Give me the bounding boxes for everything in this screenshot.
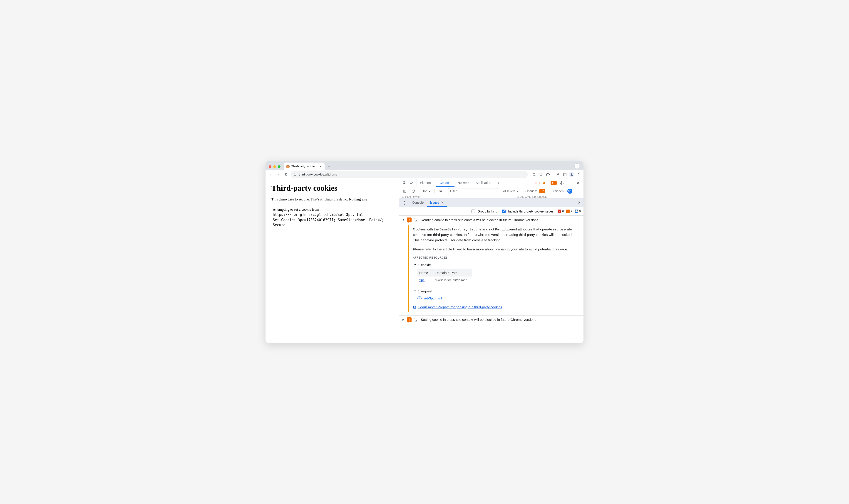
new-tab-button[interactable]: +: [326, 163, 332, 169]
devtools-close-icon[interactable]: ✕: [575, 180, 581, 186]
include-3p-checkbox[interactable]: Include third-party cookie issues: [501, 209, 553, 214]
table-row: 3pc x-origin-src.glitch.me/: [418, 276, 472, 284]
console-settings-row: ☐ Hide network ☐ Log XMLHttpRequests: [399, 195, 583, 198]
tab-overflow-icon[interactable]: »: [494, 179, 502, 187]
console-sidebar-toggle-icon[interactable]: [402, 188, 408, 194]
reload-button[interactable]: [283, 172, 289, 178]
clear-console-icon[interactable]: [410, 188, 417, 194]
devtools-tabbar: Elements Console Network Application » 1: [399, 179, 583, 187]
forward-button[interactable]: [275, 172, 281, 178]
cookie-favicon-icon: 🍪: [286, 165, 289, 168]
zoom-window[interactable]: [278, 165, 281, 168]
issue-body-p1: Cookies with the SameSite=None; Secure a…: [413, 227, 580, 243]
svg-rect-1: [295, 173, 296, 174]
svg-line-5: [535, 175, 535, 176]
devtools-menu-icon[interactable]: ⋮: [567, 180, 573, 186]
address-bar[interactable]: third-party-cookies.glitch.me: [290, 171, 528, 178]
extensions-icon[interactable]: [545, 172, 551, 178]
issue-title: Setting cookie in cross-site context wil…: [421, 318, 536, 322]
error-count[interactable]: 1: [534, 181, 540, 184]
drawer-tabbar: ⋮ Console Issues ✕ ✕: [399, 198, 583, 207]
svg-rect-13: [544, 182, 544, 183]
labs-icon[interactable]: [555, 172, 561, 178]
console-settings-icon[interactable]: [567, 188, 572, 194]
table-header-domain: Domain & Path: [434, 269, 472, 276]
warning-message-icon: !: [407, 217, 411, 222]
zoom-icon[interactable]: [531, 172, 537, 178]
issue-item: ▼ ! 1 Reading cookie in cross-site conte…: [399, 216, 583, 316]
tab-network[interactable]: Network: [455, 179, 473, 187]
profile-button[interactable]: [568, 172, 575, 178]
log-levels-selector[interactable]: All levels ▾: [501, 188, 520, 194]
tab-search-button[interactable]: ⌄: [574, 163, 580, 169]
hidden-count[interactable]: 3 hidden: [552, 190, 564, 193]
group-by-kind-input[interactable]: [472, 210, 475, 213]
device-mode-icon[interactable]: [408, 180, 415, 186]
svg-point-15: [561, 182, 562, 183]
bookmark-icon[interactable]: [538, 172, 544, 178]
side-panel-icon[interactable]: [562, 172, 568, 178]
issue-header[interactable]: ▶ ! 1 Setting cookie in cross-site conte…: [399, 316, 583, 324]
cookies-disclosure[interactable]: ▼ 1 cookie: [414, 262, 580, 267]
issues-count-chip[interactable]: !2: [539, 190, 545, 193]
drawer-close-icon[interactable]: ✕: [575, 198, 583, 207]
tab-elements[interactable]: Elements: [417, 179, 436, 187]
table-header-name: Name: [418, 269, 434, 276]
affected-cookies-table: Name Domain & Path 3pc x-origin-src.glit…: [418, 269, 472, 284]
svg-marker-6: [540, 173, 542, 176]
page-heading: Third-party cookies: [271, 184, 393, 193]
disclosure-triangle-icon[interactable]: ▼: [402, 218, 405, 221]
console-toolbar: top ▾ All levels ▾ 2 Issues: !2: [399, 187, 583, 195]
context-selector[interactable]: top ▾: [421, 188, 432, 194]
issues-warn-count[interactable]: !2: [566, 210, 572, 213]
tab-console[interactable]: Console: [436, 179, 454, 187]
minimize-window[interactable]: [273, 165, 276, 168]
warning-message-icon: !: [407, 318, 411, 322]
back-button[interactable]: [267, 172, 274, 178]
devtools-settings-icon[interactable]: [559, 180, 565, 186]
browser-tab[interactable]: 🍪 Third-party cookies ✕: [284, 163, 324, 170]
tab-application[interactable]: Application: [473, 179, 494, 187]
issues-chip[interactable]: !2: [551, 181, 557, 185]
issues-label: 2 Issues:: [525, 190, 537, 193]
drawer-tab-issues[interactable]: Issues ✕: [427, 198, 446, 207]
menu-button[interactable]: ⋮: [575, 172, 582, 178]
requests-disclosure[interactable]: ▼ 1 request: [414, 289, 580, 294]
issue-body-p2: Please refer to the article linked to le…: [413, 247, 580, 252]
affected-resources-heading: AFFECTED RESOURCES: [413, 256, 580, 260]
group-by-kind-checkbox[interactable]: Group by kind: [471, 209, 497, 214]
page-intro: This demo tries to set one. That's it. T…: [271, 197, 393, 202]
close-window[interactable]: [269, 165, 271, 168]
include-3p-input[interactable]: [502, 210, 506, 213]
browser-toolbar: third-party-cookies.glitch.me ⋮: [266, 170, 583, 179]
issue-header[interactable]: ▼ ! 1 Reading cookie in cross-site conte…: [399, 216, 583, 224]
status-badges[interactable]: 1 2 !2: [534, 181, 557, 185]
filter-input[interactable]: [448, 188, 498, 194]
affected-request-link[interactable]: ⇅ set-3pc.html: [418, 295, 580, 301]
drawer-menu-icon[interactable]: ⋮: [400, 198, 409, 207]
issues-err-count[interactable]: ✕0: [558, 210, 564, 213]
close-tab-icon[interactable]: ✕: [319, 164, 322, 169]
cookie-domain: x-origin-src.glitch.me/: [434, 276, 472, 284]
chevron-down-icon: ▾: [429, 190, 430, 193]
disclosure-triangle-icon[interactable]: ▶: [402, 318, 405, 321]
url-text: third-party-cookies.glitch.me: [299, 173, 337, 176]
svg-rect-11: [412, 182, 413, 184]
close-issues-tab-icon[interactable]: ✕: [441, 201, 444, 204]
warning-count[interactable]: 2: [542, 181, 548, 184]
inspect-element-icon[interactable]: [401, 180, 407, 186]
live-expression-icon[interactable]: [437, 188, 443, 194]
attempt-line2: https://x-origin-src.glitch.me/set-3pc.h…: [273, 212, 393, 217]
cookie-link[interactable]: 3pc: [419, 278, 425, 282]
request-icon: ⇅: [418, 296, 422, 300]
learn-more-link[interactable]: Learn more: Prepare for phasing out thir…: [413, 304, 580, 310]
drawer-tab-console[interactable]: Console: [409, 198, 427, 207]
svg-rect-10: [410, 182, 412, 183]
window-controls: [269, 165, 281, 168]
svg-rect-16: [403, 190, 406, 192]
svg-rect-7: [564, 173, 566, 176]
issue-detail: Cookies with the SameSite=None; Secure a…: [408, 225, 583, 312]
disclosure-triangle-icon: ▼: [414, 263, 416, 267]
site-settings-icon[interactable]: [293, 173, 297, 177]
issues-info-count[interactable]: 💬0: [574, 210, 581, 213]
